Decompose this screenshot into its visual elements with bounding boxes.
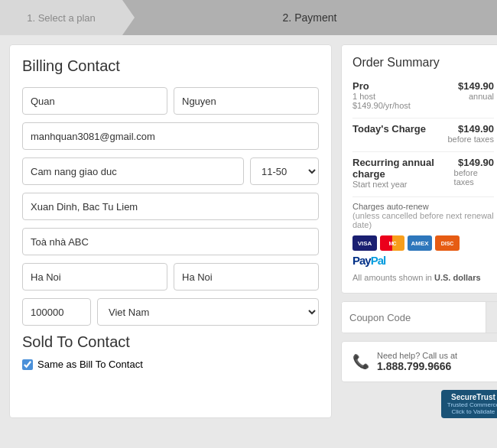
today-note: before taxes <box>447 135 494 144</box>
phone-icon: 📞 <box>352 353 369 370</box>
help-text: Need help? Call us at <box>377 351 457 360</box>
name-row <box>22 87 319 115</box>
plan-period: annual <box>469 92 494 101</box>
today-label: Today's Charge <box>352 123 426 135</box>
recurring-label: Recurring annual charge <box>352 157 454 180</box>
company-input[interactable] <box>22 157 244 185</box>
step-1-label: 1. Select a plan <box>27 12 96 24</box>
zip-country-row: Viet Nam United States Other <box>22 298 319 326</box>
secure-trust-line3: Click to Validate <box>447 408 497 415</box>
zip-input[interactable] <box>22 298 91 326</box>
same-as-bill-checkbox[interactable] <box>22 359 33 370</box>
same-as-bill-row: Same as Bill To Contact <box>22 359 319 370</box>
billing-title: Billing Contact <box>22 57 319 75</box>
city-input[interactable] <box>22 263 167 291</box>
right-panel: Order Summary Pro 1 host $149.90/yr/host… <box>341 44 497 418</box>
help-box: 📞 Need help? Call us at 1.888.799.9666 <box>341 341 497 382</box>
secure-trust-line2: Trusted Commerce <box>447 401 497 408</box>
order-summary-title: Order Summary <box>352 56 494 70</box>
address2-row <box>22 228 319 255</box>
email-input[interactable] <box>22 122 319 150</box>
secure-trust-badge[interactable]: SecureTrust Trusted Commerce Click to Va… <box>441 390 497 418</box>
company-row: 1-10 11-50 51-200 201-500 501+ <box>22 157 319 185</box>
country-select[interactable]: Viet Nam United States Other <box>97 298 319 326</box>
secure-badge-container: SecureTrust Trusted Commerce Click to Va… <box>341 390 497 418</box>
auto-renew-text: Charges auto-renew (unless cancelled bef… <box>352 202 494 229</box>
plan-sublabel2: $149.90/yr/host <box>352 101 411 110</box>
company-size-select[interactable]: 1-10 11-50 51-200 201-500 501+ <box>250 157 319 185</box>
step-2-label: 2. Payment <box>283 11 337 24</box>
address1-row <box>22 193 319 220</box>
recurring-amount: $149.90 <box>458 157 494 168</box>
plan-label: Pro <box>352 80 411 92</box>
recurring-row: Recurring annual charge Start next year … <box>352 157 494 197</box>
left-panel: Billing Contact 1-10 11-50 51-200 201-50… <box>9 44 332 418</box>
first-name-input[interactable] <box>22 87 167 115</box>
apply-coupon-button[interactable]: Apply <box>486 302 497 333</box>
address1-input[interactable] <box>22 193 319 220</box>
paypal-icon: PayPal <box>352 254 385 267</box>
stepper: 1. Select a plan 2. Payment <box>0 0 497 35</box>
email-row <box>22 122 319 150</box>
step-2: 2. Payment <box>122 0 497 35</box>
plan-sublabel1: 1 host <box>352 92 411 101</box>
help-content: Need help? Call us at 1.888.799.9666 <box>377 351 457 372</box>
today-amount: $149.90 <box>458 123 494 135</box>
payment-icons: VISA MC AMEX DISC PayPal <box>352 235 494 267</box>
discover-icon: DISC <box>435 235 460 251</box>
today-row: Today's Charge $149.90 before taxes <box>352 123 494 152</box>
mastercard-icon: MC <box>380 235 404 251</box>
plan-amount: $149.90 <box>458 80 494 92</box>
step-1[interactable]: 1. Select a plan <box>0 0 122 35</box>
plan-row: Pro 1 host $149.90/yr/host $149.90 annua… <box>352 80 494 118</box>
address2-input[interactable] <box>22 228 319 255</box>
coupon-box: Apply <box>341 301 497 333</box>
recurring-note: before taxes <box>454 168 494 187</box>
visa-icon: VISA <box>352 235 377 251</box>
usd-note: All amounts shown in U.S. dollars <box>352 273 494 282</box>
main-content: Billing Contact 1-10 11-50 51-200 201-50… <box>0 35 497 427</box>
order-summary-box: Order Summary Pro 1 host $149.90/yr/host… <box>341 44 497 294</box>
last-name-input[interactable] <box>174 87 319 115</box>
help-phone: 1.888.799.9666 <box>377 360 457 372</box>
state-input[interactable] <box>174 263 319 291</box>
sold-to-title: Sold To Contact <box>22 333 319 351</box>
city-state-row <box>22 263 319 291</box>
recurring-sublabel: Start next year <box>352 180 454 189</box>
amex-icon: AMEX <box>408 235 432 251</box>
coupon-input[interactable] <box>342 302 486 333</box>
same-as-bill-label: Same as Bill To Contact <box>37 359 143 370</box>
secure-trust-line1: SecureTrust <box>447 393 497 401</box>
